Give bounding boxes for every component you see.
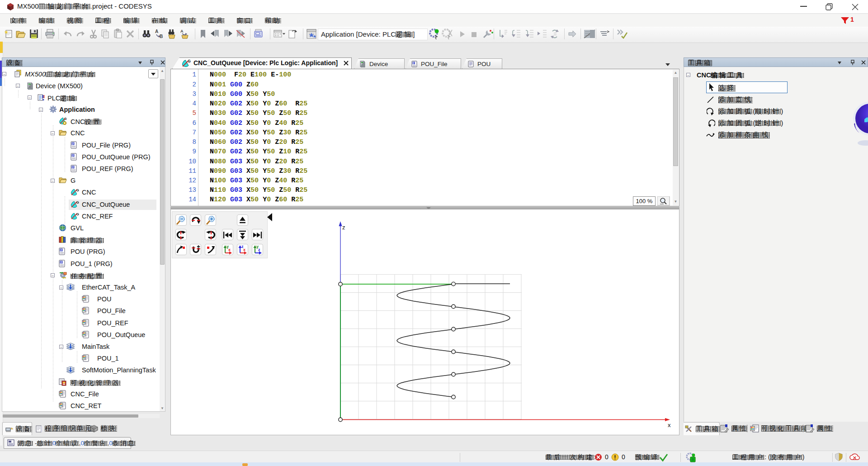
svg-text:G: G [76,212,79,216]
svg-text:G: G [76,200,79,204]
svg-text:x: x [668,422,671,428]
svg-text:A: A [180,29,184,33]
svg-text:x: x [243,247,245,252]
svg-text:A: A [155,29,158,34]
svg-text:z: z [258,247,260,252]
svg-text:G: G [188,59,191,63]
svg-text:G: G [64,117,67,120]
svg-text:z: z [342,224,345,231]
svg-text:G: G [76,188,79,192]
svg-text:x: x [228,247,231,252]
